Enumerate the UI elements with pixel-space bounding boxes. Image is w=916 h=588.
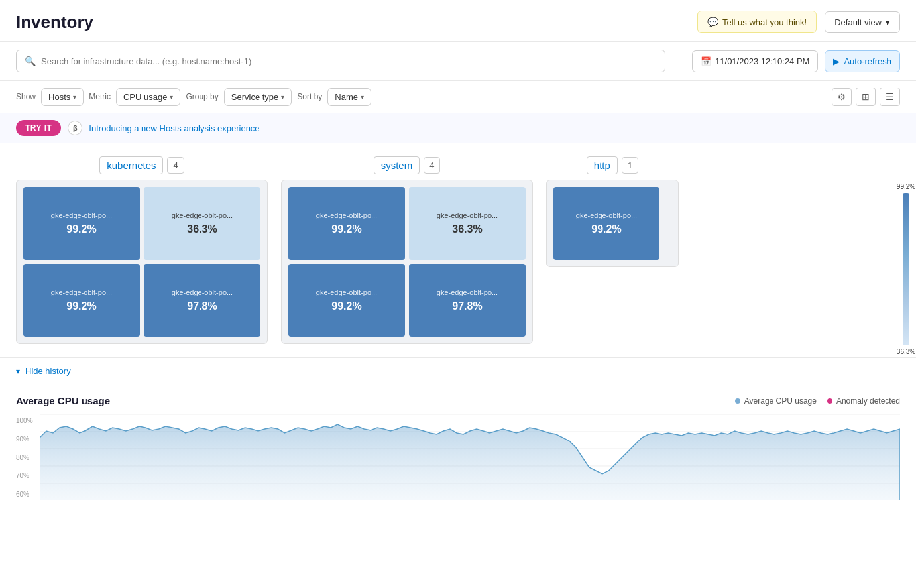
cpu-chart-svg xyxy=(40,414,900,500)
group-box-kubernetes: gke-edge-oblt-po... 99.2% gke-edge-oblt-… xyxy=(16,180,268,344)
header-actions: 💬 Tell us what you think! Default view ▾ xyxy=(697,11,900,33)
y-label-80: 80% xyxy=(16,454,33,461)
host-name: gke-edge-oblt-po... xyxy=(437,211,498,219)
host-value: 99.2% xyxy=(591,223,621,235)
host-name: gke-edge-oblt-po... xyxy=(51,288,112,296)
host-value: 36.3% xyxy=(187,223,217,235)
chart-area xyxy=(40,414,900,500)
show-label: Show xyxy=(16,92,36,101)
chat-icon: 💬 xyxy=(707,17,718,27)
host-value: 99.2% xyxy=(331,223,361,235)
host-tile[interactable]: gke-edge-oblt-po... 99.2% xyxy=(288,264,405,337)
chart-container: 100% 90% 80% 70% 60% xyxy=(16,414,900,500)
toolbar-right: 📅 11/01/2023 12:10:24 PM ▶ Auto-refresh xyxy=(692,50,900,72)
legend-avg-cpu: Average CPU usage xyxy=(735,396,817,406)
host-value: 97.8% xyxy=(187,300,217,312)
play-icon: ▶ xyxy=(833,56,840,66)
group-http: http 1 gke-edge-oblt-po... 99.2% xyxy=(546,156,679,267)
group-by-label: Group by xyxy=(186,92,218,101)
group-header-http: http 1 xyxy=(587,156,638,174)
host-tile[interactable]: gke-edge-oblt-po... 36.3% xyxy=(144,187,260,260)
host-name: gke-edge-oblt-po... xyxy=(316,211,377,219)
host-tile[interactable]: gke-edge-oblt-po... 97.8% xyxy=(409,264,526,337)
settings-button[interactable]: ⚙ xyxy=(832,88,852,106)
metric-label: Metric xyxy=(89,92,111,101)
group-name-kubernetes[interactable]: kubernetes xyxy=(99,156,163,174)
host-value: 99.2% xyxy=(331,300,361,312)
host-value: 97.8% xyxy=(452,300,482,312)
grid-view-button[interactable]: ⊞ xyxy=(856,88,876,106)
y-label-60: 60% xyxy=(16,491,33,498)
group-count-kubernetes: 4 xyxy=(167,157,184,174)
host-tile[interactable]: gke-edge-oblt-po... 99.2% xyxy=(23,264,140,337)
beta-bar: TRY IT β Introducing a new Hosts analysi… xyxy=(0,113,916,143)
group-name-http[interactable]: http xyxy=(587,156,618,174)
list-view-button[interactable]: ☰ xyxy=(880,88,900,106)
sort-by-label: Sort by xyxy=(297,92,322,101)
group-count-http: 1 xyxy=(622,157,638,174)
groups-container: kubernetes 4 gke-edge-oblt-po... 99.2% g… xyxy=(16,156,900,344)
chart-title: Average CPU usage xyxy=(16,395,110,406)
host-tile[interactable]: gke-edge-oblt-po... 97.8% xyxy=(144,264,260,337)
color-scale: 99.2% 36.3% xyxy=(901,183,911,355)
host-tile[interactable]: gke-edge-oblt-po... 36.3% xyxy=(409,187,526,260)
view-icons: ⚙ ⊞ ☰ xyxy=(832,88,900,106)
main-content: 99.2% 36.3% kubernetes 4 gke-edge-oblt-p… xyxy=(0,143,916,357)
filter-bar: Show Hosts ▾ Metric CPU usage ▾ Group by… xyxy=(0,81,916,113)
toolbar: 🔍 📅 11/01/2023 12:10:24 PM ▶ Auto-refres… xyxy=(0,42,916,81)
sort-by-name-filter[interactable]: Name ▾ xyxy=(327,88,371,106)
host-value: 99.2% xyxy=(66,223,96,235)
calendar-icon: 📅 xyxy=(701,56,711,66)
host-value: 36.3% xyxy=(452,223,482,235)
group-kubernetes: kubernetes 4 gke-edge-oblt-po... 99.2% g… xyxy=(16,156,268,344)
host-name: gke-edge-oblt-po... xyxy=(172,211,233,219)
host-name: gke-edge-oblt-po... xyxy=(437,288,498,296)
chart-header: Average CPU usage Average CPU usage Anom… xyxy=(16,395,900,406)
host-tile[interactable]: gke-edge-oblt-po... 99.2% xyxy=(23,187,140,260)
group-box-system: gke-edge-oblt-po... 99.2% gke-edge-oblt-… xyxy=(281,180,533,344)
group-system: system 4 gke-edge-oblt-po... 99.2% gke-e… xyxy=(281,156,533,344)
host-tile[interactable]: gke-edge-oblt-po... 99.2% xyxy=(553,187,659,260)
chart-legend: Average CPU usage Anomaly detected xyxy=(735,396,900,406)
service-type-filter[interactable]: Service type ▾ xyxy=(224,88,292,106)
cpu-usage-filter[interactable]: CPU usage ▾ xyxy=(116,88,180,106)
chevron-down-icon: ▾ xyxy=(361,93,364,101)
host-value: 99.2% xyxy=(66,300,96,312)
host-tile[interactable]: gke-edge-oblt-po... 99.2% xyxy=(288,187,405,260)
host-name: gke-edge-oblt-po... xyxy=(576,211,637,219)
hide-history-bar[interactable]: ▾ Hide history xyxy=(0,357,916,384)
legend-dot-red xyxy=(827,398,832,404)
y-label-90: 90% xyxy=(16,436,33,443)
search-icon: 🔍 xyxy=(25,56,36,66)
page-title: Inventory xyxy=(16,12,93,32)
header: Inventory 💬 Tell us what you think! Defa… xyxy=(0,0,916,42)
y-label-70: 70% xyxy=(16,472,33,479)
try-it-button[interactable]: TRY IT xyxy=(16,120,61,136)
chevron-down-icon: ▾ xyxy=(170,93,173,101)
y-label-100: 100% xyxy=(16,417,33,424)
group-name-system[interactable]: system xyxy=(374,156,420,174)
beta-link[interactable]: Introducing a new Hosts analysis experie… xyxy=(89,123,259,133)
chart-section: Average CPU usage Average CPU usage Anom… xyxy=(0,384,916,511)
feedback-button[interactable]: 💬 Tell us what you think! xyxy=(697,11,817,33)
default-view-button[interactable]: Default view ▾ xyxy=(825,11,900,33)
search-input[interactable] xyxy=(41,56,657,66)
chevron-down-icon: ▾ xyxy=(73,93,76,101)
group-box-http: gke-edge-oblt-po... 99.2% xyxy=(546,180,679,267)
color-scale-bar xyxy=(903,193,909,345)
legend-anomaly: Anomaly detected xyxy=(827,396,900,406)
hosts-filter[interactable]: Hosts ▾ xyxy=(41,88,84,106)
group-header-system: system 4 xyxy=(374,156,441,174)
chart-y-labels: 100% 90% 80% 70% 60% xyxy=(16,414,33,500)
scale-label-bottom: 36.3% xyxy=(897,348,915,355)
host-name: gke-edge-oblt-po... xyxy=(51,211,112,219)
chevron-down-icon: ▾ xyxy=(16,367,20,376)
search-bar[interactable]: 🔍 xyxy=(16,50,665,72)
datetime-button[interactable]: 📅 11/01/2023 12:10:24 PM xyxy=(692,50,818,72)
group-header-kubernetes: kubernetes 4 xyxy=(99,156,184,174)
host-name: gke-edge-oblt-po... xyxy=(316,288,377,296)
auto-refresh-button[interactable]: ▶ Auto-refresh xyxy=(825,50,900,72)
group-count-system: 4 xyxy=(424,157,440,174)
host-name: gke-edge-oblt-po... xyxy=(172,288,233,296)
beta-badge: β xyxy=(68,121,82,135)
